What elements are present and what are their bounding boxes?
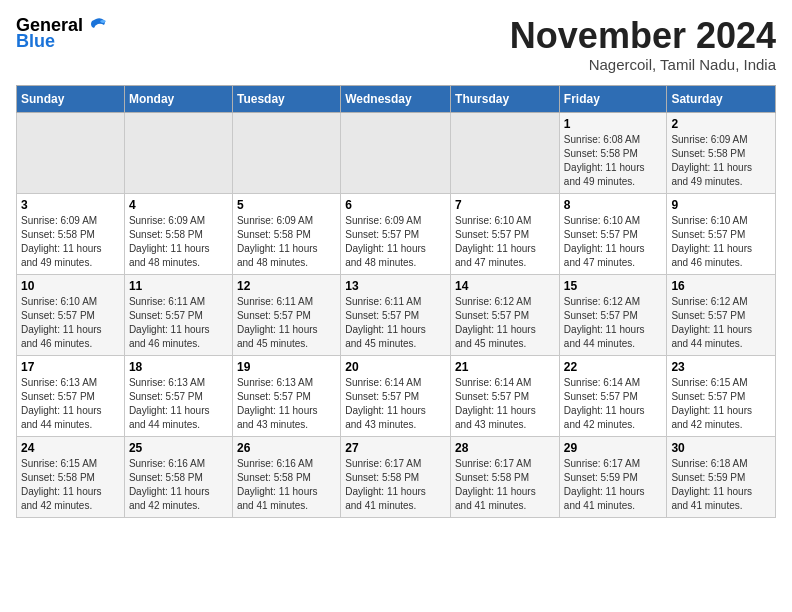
calendar-cell: 29Sunrise: 6:17 AM Sunset: 5:59 PM Dayli…	[559, 436, 667, 517]
day-info: Sunrise: 6:09 AM Sunset: 5:58 PM Dayligh…	[21, 214, 120, 270]
calendar-cell: 3Sunrise: 6:09 AM Sunset: 5:58 PM Daylig…	[17, 193, 125, 274]
location-subtitle: Nagercoil, Tamil Nadu, India	[510, 56, 776, 73]
day-number: 2	[671, 117, 771, 131]
day-info: Sunrise: 6:17 AM Sunset: 5:58 PM Dayligh…	[345, 457, 446, 513]
calendar-week-row: 17Sunrise: 6:13 AM Sunset: 5:57 PM Dayli…	[17, 355, 776, 436]
day-info: Sunrise: 6:11 AM Sunset: 5:57 PM Dayligh…	[237, 295, 336, 351]
calendar-cell: 10Sunrise: 6:10 AM Sunset: 5:57 PM Dayli…	[17, 274, 125, 355]
day-number: 18	[129, 360, 228, 374]
day-number: 17	[21, 360, 120, 374]
day-info: Sunrise: 6:16 AM Sunset: 5:58 PM Dayligh…	[129, 457, 228, 513]
column-header-friday: Friday	[559, 85, 667, 112]
day-number: 23	[671, 360, 771, 374]
day-info: Sunrise: 6:18 AM Sunset: 5:59 PM Dayligh…	[671, 457, 771, 513]
day-number: 30	[671, 441, 771, 455]
day-number: 13	[345, 279, 446, 293]
day-info: Sunrise: 6:15 AM Sunset: 5:57 PM Dayligh…	[671, 376, 771, 432]
day-number: 5	[237, 198, 336, 212]
day-number: 7	[455, 198, 555, 212]
day-info: Sunrise: 6:16 AM Sunset: 5:58 PM Dayligh…	[237, 457, 336, 513]
calendar-cell	[341, 112, 451, 193]
day-number: 29	[564, 441, 663, 455]
calendar-cell: 2Sunrise: 6:09 AM Sunset: 5:58 PM Daylig…	[667, 112, 776, 193]
day-info: Sunrise: 6:09 AM Sunset: 5:58 PM Dayligh…	[129, 214, 228, 270]
month-title: November 2024	[510, 16, 776, 56]
calendar-cell: 17Sunrise: 6:13 AM Sunset: 5:57 PM Dayli…	[17, 355, 125, 436]
column-header-monday: Monday	[124, 85, 232, 112]
calendar-cell: 6Sunrise: 6:09 AM Sunset: 5:57 PM Daylig…	[341, 193, 451, 274]
column-header-wednesday: Wednesday	[341, 85, 451, 112]
calendar-cell	[124, 112, 232, 193]
calendar-cell: 20Sunrise: 6:14 AM Sunset: 5:57 PM Dayli…	[341, 355, 451, 436]
calendar-cell: 22Sunrise: 6:14 AM Sunset: 5:57 PM Dayli…	[559, 355, 667, 436]
column-header-sunday: Sunday	[17, 85, 125, 112]
title-block: November 2024 Nagercoil, Tamil Nadu, Ind…	[510, 16, 776, 73]
calendar-cell: 16Sunrise: 6:12 AM Sunset: 5:57 PM Dayli…	[667, 274, 776, 355]
logo-text-blue: Blue	[16, 32, 55, 52]
calendar-cell: 19Sunrise: 6:13 AM Sunset: 5:57 PM Dayli…	[232, 355, 340, 436]
day-number: 8	[564, 198, 663, 212]
calendar-week-row: 24Sunrise: 6:15 AM Sunset: 5:58 PM Dayli…	[17, 436, 776, 517]
day-number: 12	[237, 279, 336, 293]
day-info: Sunrise: 6:17 AM Sunset: 5:58 PM Dayligh…	[455, 457, 555, 513]
day-info: Sunrise: 6:09 AM Sunset: 5:58 PM Dayligh…	[671, 133, 771, 189]
day-number: 22	[564, 360, 663, 374]
calendar-cell: 11Sunrise: 6:11 AM Sunset: 5:57 PM Dayli…	[124, 274, 232, 355]
day-number: 9	[671, 198, 771, 212]
logo-bird-icon	[86, 17, 108, 35]
calendar-cell: 4Sunrise: 6:09 AM Sunset: 5:58 PM Daylig…	[124, 193, 232, 274]
column-header-tuesday: Tuesday	[232, 85, 340, 112]
day-info: Sunrise: 6:09 AM Sunset: 5:57 PM Dayligh…	[345, 214, 446, 270]
calendar-cell: 12Sunrise: 6:11 AM Sunset: 5:57 PM Dayli…	[232, 274, 340, 355]
day-info: Sunrise: 6:13 AM Sunset: 5:57 PM Dayligh…	[237, 376, 336, 432]
day-info: Sunrise: 6:14 AM Sunset: 5:57 PM Dayligh…	[564, 376, 663, 432]
day-number: 19	[237, 360, 336, 374]
day-number: 14	[455, 279, 555, 293]
calendar-cell	[17, 112, 125, 193]
day-info: Sunrise: 6:11 AM Sunset: 5:57 PM Dayligh…	[129, 295, 228, 351]
day-number: 16	[671, 279, 771, 293]
day-number: 28	[455, 441, 555, 455]
day-info: Sunrise: 6:15 AM Sunset: 5:58 PM Dayligh…	[21, 457, 120, 513]
day-number: 15	[564, 279, 663, 293]
day-number: 6	[345, 198, 446, 212]
calendar-table: SundayMondayTuesdayWednesdayThursdayFrid…	[16, 85, 776, 518]
day-info: Sunrise: 6:10 AM Sunset: 5:57 PM Dayligh…	[455, 214, 555, 270]
day-number: 3	[21, 198, 120, 212]
calendar-cell: 8Sunrise: 6:10 AM Sunset: 5:57 PM Daylig…	[559, 193, 667, 274]
day-info: Sunrise: 6:13 AM Sunset: 5:57 PM Dayligh…	[21, 376, 120, 432]
page-header: General Blue November 2024 Nagercoil, Ta…	[16, 16, 776, 73]
day-info: Sunrise: 6:10 AM Sunset: 5:57 PM Dayligh…	[21, 295, 120, 351]
day-info: Sunrise: 6:14 AM Sunset: 5:57 PM Dayligh…	[455, 376, 555, 432]
column-header-saturday: Saturday	[667, 85, 776, 112]
day-number: 10	[21, 279, 120, 293]
calendar-cell: 24Sunrise: 6:15 AM Sunset: 5:58 PM Dayli…	[17, 436, 125, 517]
calendar-cell: 1Sunrise: 6:08 AM Sunset: 5:58 PM Daylig…	[559, 112, 667, 193]
day-info: Sunrise: 6:12 AM Sunset: 5:57 PM Dayligh…	[671, 295, 771, 351]
calendar-cell: 27Sunrise: 6:17 AM Sunset: 5:58 PM Dayli…	[341, 436, 451, 517]
column-header-thursday: Thursday	[451, 85, 560, 112]
day-info: Sunrise: 6:10 AM Sunset: 5:57 PM Dayligh…	[671, 214, 771, 270]
calendar-cell: 7Sunrise: 6:10 AM Sunset: 5:57 PM Daylig…	[451, 193, 560, 274]
calendar-cell: 25Sunrise: 6:16 AM Sunset: 5:58 PM Dayli…	[124, 436, 232, 517]
day-info: Sunrise: 6:12 AM Sunset: 5:57 PM Dayligh…	[564, 295, 663, 351]
day-info: Sunrise: 6:11 AM Sunset: 5:57 PM Dayligh…	[345, 295, 446, 351]
day-info: Sunrise: 6:10 AM Sunset: 5:57 PM Dayligh…	[564, 214, 663, 270]
day-info: Sunrise: 6:12 AM Sunset: 5:57 PM Dayligh…	[455, 295, 555, 351]
day-info: Sunrise: 6:17 AM Sunset: 5:59 PM Dayligh…	[564, 457, 663, 513]
calendar-cell: 9Sunrise: 6:10 AM Sunset: 5:57 PM Daylig…	[667, 193, 776, 274]
calendar-cell: 26Sunrise: 6:16 AM Sunset: 5:58 PM Dayli…	[232, 436, 340, 517]
day-number: 24	[21, 441, 120, 455]
calendar-cell: 14Sunrise: 6:12 AM Sunset: 5:57 PM Dayli…	[451, 274, 560, 355]
calendar-week-row: 3Sunrise: 6:09 AM Sunset: 5:58 PM Daylig…	[17, 193, 776, 274]
day-number: 25	[129, 441, 228, 455]
day-number: 21	[455, 360, 555, 374]
calendar-header-row: SundayMondayTuesdayWednesdayThursdayFrid…	[17, 85, 776, 112]
calendar-week-row: 1Sunrise: 6:08 AM Sunset: 5:58 PM Daylig…	[17, 112, 776, 193]
day-number: 1	[564, 117, 663, 131]
day-number: 26	[237, 441, 336, 455]
day-number: 4	[129, 198, 228, 212]
calendar-cell: 15Sunrise: 6:12 AM Sunset: 5:57 PM Dayli…	[559, 274, 667, 355]
day-number: 20	[345, 360, 446, 374]
day-info: Sunrise: 6:08 AM Sunset: 5:58 PM Dayligh…	[564, 133, 663, 189]
